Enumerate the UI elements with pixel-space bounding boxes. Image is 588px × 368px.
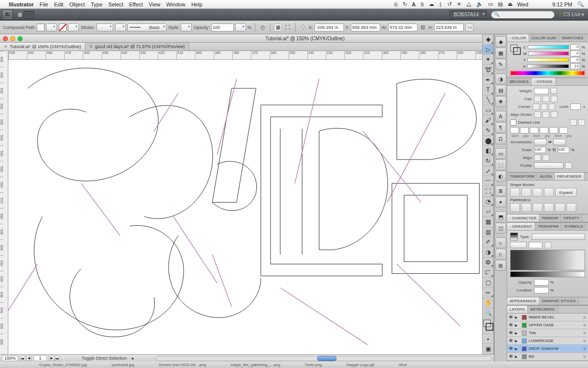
- x-input[interactable]: -209.284 m: [315, 24, 344, 31]
- isolate-icon[interactable]: ⛶: [284, 24, 292, 31]
- panel-icon[interactable]: ✦: [495, 197, 506, 208]
- cap-square[interactable]: [551, 96, 558, 102]
- artboard-first-icon[interactable]: ⏮: [20, 356, 25, 361]
- stroke-weight-dd[interactable]: [97, 24, 113, 31]
- arrow-start[interactable]: [534, 139, 547, 145]
- tab-swatches[interactable]: SWATCHES: [559, 34, 586, 42]
- panel-icon[interactable]: Ω: [495, 133, 506, 144]
- panel-icon[interactable]: ⬒: [495, 211, 506, 222]
- recolor-icon[interactable]: ◴: [259, 24, 267, 31]
- panel-icon[interactable]: ⊞: [495, 260, 506, 271]
- help-search[interactable]: [491, 11, 555, 19]
- menu-edit[interactable]: Edit: [54, 1, 63, 7]
- tool-pen[interactable]: ✒: [483, 75, 493, 85]
- zoom-input[interactable]: 150%: [2, 355, 18, 361]
- tool-type[interactable]: T: [483, 85, 493, 95]
- tool-color-mode[interactable]: ▪: [483, 334, 493, 344]
- layer-row[interactable]: 👁▸INNER BEVEL○: [507, 314, 588, 321]
- gradient-ramp[interactable]: [510, 250, 585, 270]
- opacity-input[interactable]: 100: [211, 24, 234, 31]
- panel-icon[interactable]: ◐: [495, 171, 506, 182]
- update-icon[interactable]: ↻: [403, 1, 407, 7]
- color-c-input[interactable]: 0: [570, 44, 580, 50]
- dash-align2[interactable]: [578, 119, 585, 126]
- fill-swatch[interactable]: [37, 24, 45, 31]
- opacity-dd[interactable]: [235, 24, 246, 31]
- tool-paintbrush[interactable]: 🖌: [483, 115, 493, 126]
- artboard-nav[interactable]: 1: [33, 355, 47, 361]
- flag-icon[interactable]: ▤: [498, 1, 503, 7]
- canvas[interactable]: [8, 60, 494, 354]
- dropbox-icon[interactable]: ⎘: [394, 1, 398, 7]
- layer-target-icon[interactable]: ○: [581, 338, 588, 343]
- tool-magic-wand[interactable]: ✦: [483, 54, 493, 65]
- panel-icon[interactable]: A: [495, 111, 506, 122]
- tab-paragraph[interactable]: PARAGR: [539, 214, 561, 222]
- tab-symbols[interactable]: SYMBOLS: [562, 223, 586, 230]
- dock[interactable]: Crypto_Notes_2708002.jpgsymbols4.jpgScre…: [0, 362, 588, 368]
- menu-type[interactable]: Type: [91, 1, 102, 7]
- w-input[interactable]: 574.42 mm: [388, 24, 417, 31]
- traffic-lights[interactable]: [3, 36, 23, 41]
- grad-location[interactable]: [534, 287, 549, 293]
- tab-close-icon[interactable]: ✕: [4, 44, 8, 49]
- gradient-swatch[interactable]: [510, 233, 518, 240]
- layer-name[interactable]: UPPER CASE: [529, 323, 581, 327]
- panel-icon[interactable]: ≣: [495, 185, 506, 196]
- link-wh-icon[interactable]: ⛓: [419, 24, 427, 31]
- exclude-button[interactable]: [544, 188, 554, 197]
- h-scrollbar[interactable]: [156, 356, 492, 361]
- link-icon[interactable]: ⛓: [552, 148, 556, 152]
- volume-icon[interactable]: 🔈: [476, 1, 483, 7]
- panel-stroke[interactable]: BRUSHES ◦ STROKE Weight: Cap: Corner:Lim…: [507, 78, 588, 173]
- dock-item[interactable]: Crypto_Notes_2708002.jpg: [39, 363, 87, 367]
- layer-expand-icon[interactable]: ▸: [515, 315, 520, 320]
- layer-target-icon[interactable]: ○: [581, 330, 588, 336]
- layer-row[interactable]: 👁▸LOWERCASE○: [507, 337, 588, 345]
- menu-window[interactable]: Window: [166, 1, 185, 7]
- tool-selection[interactable]: ◆: [483, 34, 493, 45]
- panel-character[interactable]: ◦ CHARACTER PARAGR OPENTY: [507, 214, 588, 223]
- tab-stroke[interactable]: ◦ STROKE: [532, 78, 556, 85]
- artboard-prev-icon[interactable]: ◀: [26, 356, 31, 361]
- layer-visibility-icon[interactable]: 👁: [507, 346, 515, 351]
- divide-button[interactable]: [510, 203, 520, 212]
- tool-artboard[interactable]: ▢: [483, 278, 493, 288]
- nine-icon[interactable]: 9: [420, 1, 423, 7]
- tool-blob[interactable]: ⬤: [483, 136, 493, 146]
- layer-row[interactable]: 👁▸DROP SHADOW○: [507, 345, 588, 353]
- panel-icon[interactable]: ❖: [495, 96, 506, 107]
- tool-symbol-spray[interactable]: ❂: [483, 258, 493, 268]
- tool-pencil[interactable]: ✎: [483, 126, 493, 136]
- menubar-day[interactable]: Wed: [517, 1, 528, 7]
- panel-icon[interactable]: ◑: [495, 74, 506, 84]
- y-input[interactable]: 558.463 mm: [351, 24, 380, 31]
- expand-button[interactable]: Expand: [555, 188, 577, 197]
- menu-help[interactable]: Help: [191, 1, 202, 7]
- tool-scale[interactable]: ⤢: [483, 166, 493, 177]
- artwork[interactable]: [8, 60, 494, 354]
- gradient-stroke-type[interactable]: [510, 242, 527, 248]
- layer-target-icon[interactable]: ○: [581, 322, 588, 328]
- spotlight-icon[interactable]: 🔍: [577, 1, 584, 7]
- tab-layers[interactable]: LAYERS: [507, 306, 528, 313]
- eject-icon[interactable]: ⏏: [508, 1, 513, 7]
- cap-round[interactable]: [542, 96, 549, 102]
- color-k-input[interactable]: 13: [570, 63, 580, 69]
- dash-align1[interactable]: [570, 119, 577, 126]
- style-dd[interactable]: [181, 24, 192, 31]
- bridge-icon[interactable]: ▦: [16, 11, 24, 19]
- align-center[interactable]: [534, 111, 541, 118]
- layer-target-icon[interactable]: ○: [581, 346, 588, 351]
- tool-eraser[interactable]: ◧: [483, 146, 493, 156]
- dock-item[interactable]: Dagger Logo.gif: [346, 363, 374, 367]
- miter-limit[interactable]: [570, 104, 581, 110]
- arrow-align1[interactable]: [534, 155, 541, 161]
- panel-icon[interactable]: ⎌: [495, 249, 506, 260]
- tool-zoom[interactable]: 🔍: [483, 308, 493, 318]
- stroke-weight-input[interactable]: [534, 88, 549, 94]
- ref-point-icon[interactable]: ⁛: [299, 24, 307, 31]
- workspace-switcher[interactable]: BOBSTA14: [449, 10, 487, 19]
- dock-item[interactable]: magic_the_gathering_....png: [231, 363, 280, 367]
- doc-tab[interactable]: ✕Tutorial.ai* @ 150% (CMYK/Outline): [0, 43, 85, 51]
